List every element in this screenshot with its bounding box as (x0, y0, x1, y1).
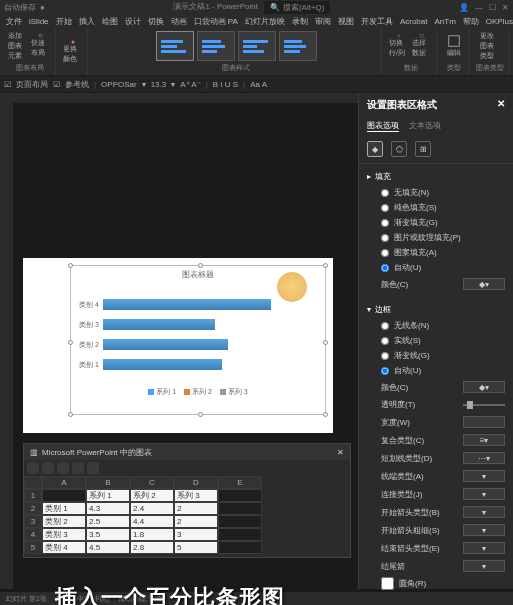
cell[interactable]: 1 (24, 489, 42, 502)
change-chart-type[interactable]: 更改图表类型 (480, 34, 500, 58)
slide-counter[interactable]: 幻灯片 第1张 (6, 594, 47, 604)
menu-view[interactable]: 视图 (335, 16, 357, 27)
chart-object[interactable]: 图表标题 类别 4 类别 3 类别 2 类别 1 系列 1 系列 2 系列 3 (70, 265, 326, 415)
bar[interactable] (103, 359, 222, 370)
cell[interactable]: 2 (24, 502, 42, 515)
compound-select[interactable]: ≡▾ (463, 434, 505, 446)
border-none[interactable]: 无线条(N) (367, 318, 505, 333)
cell[interactable] (42, 489, 86, 502)
menu-insert[interactable]: 插入 (76, 16, 98, 27)
border-solid[interactable]: 实线(S) (367, 333, 505, 348)
search-box[interactable]: 🔍 搜索(Alt+Q) (264, 1, 331, 14)
fill-gradient[interactable]: 渐变填充(G) (367, 215, 505, 230)
cell[interactable]: 1.8 (130, 528, 174, 541)
fill-auto[interactable]: 自动(U) (367, 260, 505, 275)
menu-record[interactable]: 录制 (289, 16, 311, 27)
cell[interactable]: 5 (174, 541, 218, 554)
tool-button[interactable] (57, 462, 69, 474)
menu-design[interactable]: 设计 (122, 16, 144, 27)
slide[interactable]: 图表标题 类别 4 类别 3 类别 2 类别 1 系列 1 系列 2 系列 3 (23, 258, 333, 433)
cell[interactable]: 3 (24, 515, 42, 528)
tool-button[interactable] (27, 462, 39, 474)
chart-legend[interactable]: 系列 1 系列 2 系列 3 (71, 387, 325, 397)
edit-data[interactable]: 编辑 (444, 34, 464, 58)
cell[interactable]: 4.5 (86, 541, 130, 554)
bar[interactable] (103, 339, 228, 350)
cell[interactable]: 3.5 (86, 528, 130, 541)
slide-canvas[interactable]: 图表标题 类别 4 类别 3 类别 2 类别 1 系列 1 系列 2 系列 3 (13, 103, 358, 589)
menu-help[interactable]: 帮助 (460, 16, 482, 27)
cell[interactable]: 4.3 (86, 502, 130, 515)
fill-solid[interactable]: 纯色填充(S) (367, 200, 505, 215)
bar[interactable] (103, 319, 215, 330)
chart-style-3[interactable] (238, 31, 276, 61)
tool-button[interactable] (42, 462, 54, 474)
size-props-icon[interactable]: ⊞ (415, 141, 431, 157)
user-icon[interactable]: 👤 (459, 3, 469, 12)
menu-home[interactable]: 开始 (53, 16, 75, 27)
quick-layout[interactable]: 快速布局 (31, 34, 51, 58)
tab-text-options[interactable]: 文本选项 (409, 120, 441, 132)
autosave-toggle[interactable]: 自动保存 (4, 2, 36, 13)
cell[interactable]: 系列 3 (174, 489, 218, 502)
fill-pattern[interactable]: 图案填充(A) (367, 245, 505, 260)
cell[interactable]: 2.4 (130, 502, 174, 515)
cell[interactable]: 5 (24, 541, 42, 554)
menu-acrobat[interactable]: Acrobat (397, 17, 431, 26)
fill-color-picker[interactable]: ◆▾ (463, 278, 505, 290)
menu-dev[interactable]: 开发工具 (358, 16, 396, 27)
section-border[interactable]: ▾ 边框 (367, 301, 505, 318)
cell[interactable]: 2 (174, 502, 218, 515)
data-editor-window[interactable]: ▥Microsoft PowerPoint 中的图表 ✕ ABCDE1系列 1系… (23, 443, 351, 558)
cell[interactable]: 4.4 (130, 515, 174, 528)
cell[interactable] (218, 528, 262, 541)
close-icon[interactable]: ✕ (497, 98, 505, 112)
border-color-picker[interactable]: ◆▾ (463, 381, 505, 393)
menu-trans[interactable]: 切换 (145, 16, 167, 27)
cell[interactable]: 2.8 (130, 541, 174, 554)
cell[interactable] (218, 515, 262, 528)
min-icon[interactable]: — (475, 3, 483, 12)
page-layout-toggle[interactable]: 页面布局 (16, 79, 48, 90)
cell[interactable]: 4 (24, 528, 42, 541)
transparency-slider[interactable] (463, 404, 505, 406)
effects-icon[interactable]: ⬠ (391, 141, 407, 157)
menu-pa[interactable]: 口袋动画 PA (191, 16, 241, 27)
tab-chart-options[interactable]: 图表选项 (367, 120, 399, 132)
fill-none[interactable]: 无填充(N) (367, 185, 505, 200)
cell[interactable]: 2.5 (86, 515, 130, 528)
arrow-head-size-select[interactable]: ▾ (463, 524, 505, 536)
tool-button[interactable] (72, 462, 84, 474)
tool-button[interactable] (87, 462, 99, 474)
close-icon[interactable]: ✕ (337, 448, 344, 457)
font-select[interactable]: OPPOSar (101, 80, 137, 89)
dash-select[interactable]: ⋯▾ (463, 452, 505, 464)
arrow-end-size-select[interactable]: ▾ (463, 560, 505, 572)
width-input[interactable] (463, 416, 505, 428)
border-auto[interactable]: 自动(U) (367, 363, 505, 378)
menu-anim[interactable]: 动画 (168, 16, 190, 27)
cap-select[interactable]: ▾ (463, 470, 505, 482)
menu-islide[interactable]: iSlide (26, 17, 52, 26)
cell[interactable]: 2 (174, 515, 218, 528)
cell[interactable] (218, 541, 262, 554)
cell[interactable] (218, 489, 262, 502)
cell[interactable]: 类别 1 (42, 502, 86, 515)
size-select[interactable]: 13.3 (151, 80, 167, 89)
cell[interactable]: 类别 2 (42, 515, 86, 528)
cell[interactable]: 系列 1 (86, 489, 130, 502)
change-colors[interactable]: 更换颜色 (63, 40, 83, 64)
fill-picture[interactable]: 图片或纹理填充(P) (367, 230, 505, 245)
guides-toggle[interactable]: 参考线 (65, 79, 89, 90)
cell[interactable]: 系列 2 (130, 489, 174, 502)
cell[interactable] (218, 502, 262, 515)
bar[interactable] (103, 299, 271, 310)
select-data[interactable]: 选择数据 (412, 34, 432, 58)
spreadsheet[interactable]: ABCDE1系列 1系列 2系列 32类别 14.32.423类别 22.54.… (24, 476, 350, 554)
section-fill[interactable]: ▸ 填充 (367, 168, 505, 185)
border-gradient[interactable]: 渐变线(G) (367, 348, 505, 363)
cell[interactable]: 3 (174, 528, 218, 541)
fill-line-icon[interactable]: ◆ (367, 141, 383, 157)
close-icon[interactable]: ✕ (502, 3, 509, 12)
cell[interactable]: 类别 4 (42, 541, 86, 554)
